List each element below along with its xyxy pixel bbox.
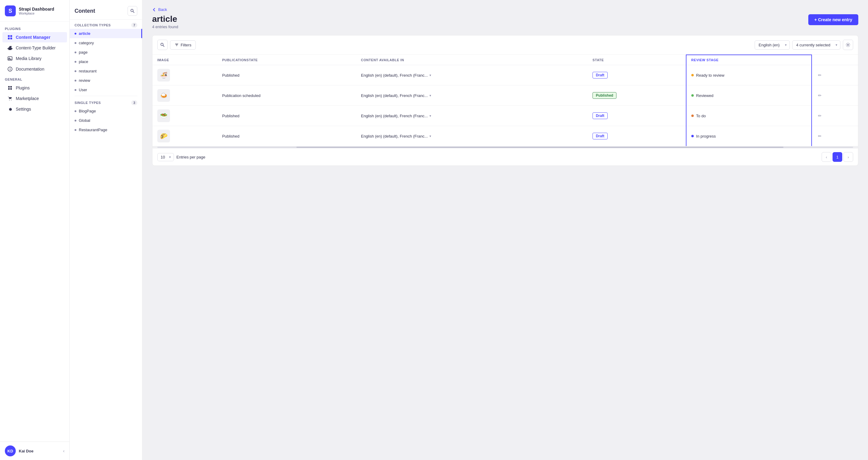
review-dot-icon: [691, 74, 694, 76]
create-new-entry-button[interactable]: + Create new entry: [808, 14, 858, 25]
back-label: Back: [158, 7, 167, 12]
col-header-publicationstate: PUBLICATIONSTATE: [217, 55, 356, 65]
sidebar-nav: PLUGINS Content Manager Content-Type Bui…: [0, 22, 69, 441]
dot-icon: [74, 120, 76, 122]
dot-icon: [74, 33, 76, 35]
sidebar-item-plugins[interactable]: Plugins: [2, 83, 67, 93]
back-link[interactable]: Back: [152, 7, 167, 12]
col-header-state: STATE: [588, 55, 686, 65]
filters-label: Filters: [181, 43, 191, 47]
edit-row-button[interactable]: ✏: [817, 112, 823, 119]
edit-row-button[interactable]: ✏: [817, 92, 823, 99]
row-state: Draft: [588, 65, 686, 86]
puzzle-icon: [7, 45, 13, 51]
lang-dropdown-arrow[interactable]: ▾: [430, 114, 431, 118]
sidebar-header: S Strapi Dashboard Workplace: [0, 0, 69, 22]
dot-icon: [74, 129, 76, 131]
review-dot-icon: [691, 135, 694, 137]
collection-item-label: category: [79, 40, 94, 45]
state-badge: Draft: [592, 72, 608, 79]
collection-item-restaurant[interactable]: restaurant: [70, 66, 142, 76]
lang-dropdown-arrow[interactable]: ▾: [430, 94, 431, 98]
per-page-select[interactable]: 10 25 50: [157, 153, 174, 161]
col-header-content-available: CONTENT AVAILABLE IN: [356, 55, 588, 65]
app-name: Strapi Dashboard: [19, 7, 54, 11]
table-search-button[interactable]: [157, 40, 167, 50]
edit-row-button[interactable]: ✏: [817, 132, 823, 140]
sidebar-footer: KD Kai Doe ‹: [0, 441, 69, 460]
food-image: 🍛: [157, 89, 170, 102]
lang-dropdown-arrow[interactable]: ▾: [430, 73, 431, 77]
sidebar-item-documentation[interactable]: i Documentation: [2, 64, 67, 74]
row-content-available: English (en) (default), French (Franc...…: [356, 65, 588, 86]
review-stage-label: To do: [696, 114, 706, 118]
row-content-available: English (en) (default), French (Franc...…: [356, 86, 588, 106]
cart-icon: [7, 96, 13, 101]
collection-item-label: RestaurantPage: [79, 128, 107, 132]
grid-icon: [7, 35, 13, 40]
avatar: KD: [5, 446, 16, 456]
table-footer: 10 25 50 Entries per page ‹ 1 ›: [152, 149, 858, 165]
row-publication-state: Published: [217, 126, 356, 146]
row-image-cell: 🥗: [152, 106, 217, 126]
language-select[interactable]: English (en): [755, 40, 790, 50]
sidebar-item-marketplace[interactable]: Marketplace: [2, 93, 67, 104]
table-settings-button[interactable]: [843, 40, 853, 50]
dot-icon: [74, 61, 76, 63]
collection-item-blogpage[interactable]: BlogPage: [70, 106, 142, 116]
middle-panel-header: Content: [70, 0, 142, 20]
collection-types-count: 7: [131, 23, 137, 28]
collection-item-page[interactable]: page: [70, 48, 142, 57]
collection-item-label: BlogPage: [79, 109, 96, 113]
collapse-sidebar-button[interactable]: ‹: [63, 449, 65, 453]
svg-line-15: [133, 11, 134, 13]
row-publication-state: Publication scheduled: [217, 86, 356, 106]
single-types-label: SINGLE TYPES: [74, 101, 101, 104]
divider: [74, 96, 137, 96]
svg-rect-8: [8, 86, 10, 88]
collection-item-restaurantpage[interactable]: RestaurantPage: [70, 125, 142, 134]
dot-icon: [74, 70, 76, 72]
sidebar-item-media-library[interactable]: Media Library: [2, 53, 67, 64]
row-review-stage: In progress: [686, 126, 812, 146]
horizontal-scrollbar[interactable]: [152, 146, 858, 149]
prev-page-button[interactable]: ‹: [822, 152, 831, 162]
svg-rect-2: [8, 38, 10, 39]
gear-icon: [7, 106, 13, 112]
collection-item-global[interactable]: Global: [70, 116, 142, 125]
selected-count-select[interactable]: 4 currently selected: [792, 40, 840, 50]
collection-item-category[interactable]: category: [70, 38, 142, 48]
page-title-row: article 4 entries found + Create new ent…: [152, 14, 858, 29]
page-number-button[interactable]: 1: [833, 152, 842, 162]
edit-row-button[interactable]: ✏: [817, 71, 823, 79]
review-stage-label: Reviewed: [696, 93, 713, 98]
review-dot-icon: [691, 115, 694, 117]
collection-item-user[interactable]: User: [70, 85, 142, 95]
table-toolbar: Filters English (en) 4 currently selecte…: [152, 35, 858, 55]
sidebar-item-settings[interactable]: Settings: [2, 104, 67, 114]
row-edit-cell: ✏: [812, 86, 858, 106]
food-image: 🥗: [157, 110, 170, 122]
collection-item-review[interactable]: review: [70, 76, 142, 85]
user-name: Kai Doe: [19, 449, 60, 453]
lang-dropdown-arrow[interactable]: ▾: [430, 134, 431, 138]
row-publication-state: Published: [217, 106, 356, 126]
sidebar-item-label: Media Library: [16, 56, 41, 61]
collection-item-place[interactable]: place: [70, 57, 142, 66]
sidebar-item-content-type-builder[interactable]: Content-Type Builder: [2, 43, 67, 53]
puzzle-general-icon: [7, 85, 13, 91]
filters-button[interactable]: Filters: [170, 40, 196, 50]
review-dot-icon: [691, 94, 694, 97]
image-icon: [7, 56, 13, 61]
row-state: Published: [588, 86, 686, 106]
middle-search-button[interactable]: [128, 6, 137, 16]
review-stage-label: In progress: [696, 134, 716, 139]
sidebar-item-content-manager[interactable]: Content Manager: [2, 32, 67, 42]
collection-item-article[interactable]: article: [70, 29, 142, 38]
language-select-wrap: English (en): [755, 40, 790, 50]
row-publication-state: Published: [217, 65, 356, 86]
next-page-button[interactable]: ›: [843, 152, 853, 162]
plugins-section-label: PLUGINS: [0, 24, 69, 32]
per-page-label: Entries per page: [176, 155, 205, 159]
general-section-label: GENERAL: [0, 74, 69, 83]
